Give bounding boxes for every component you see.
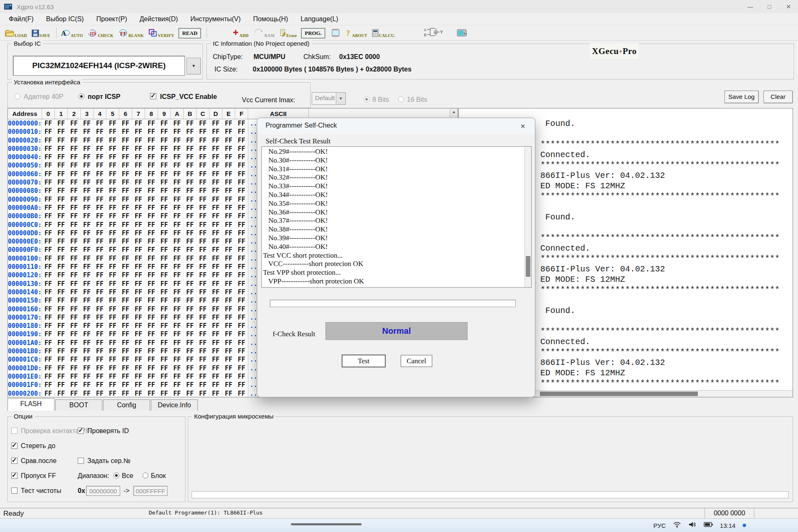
hex-byte-cell[interactable]: FF (222, 136, 235, 145)
tab-boot[interactable]: BOOT (55, 399, 102, 411)
hex-byte-cell[interactable]: FF (55, 221, 68, 229)
hex-byte-cell[interactable]: FF (222, 254, 235, 263)
hex-byte-cell[interactable]: FF (235, 229, 248, 237)
hex-byte-cell[interactable]: FF (222, 145, 235, 153)
hex-byte-cell[interactable]: FF (106, 347, 119, 355)
hex-byte-cell[interactable]: FF (106, 161, 119, 170)
hex-byte-cell[interactable]: FF (222, 237, 235, 246)
hex-byte-cell[interactable]: FF (209, 263, 222, 271)
hex-byte-cell[interactable]: FF (197, 254, 209, 263)
hex-byte-cell[interactable]: FF (222, 153, 235, 161)
hex-byte-cell[interactable]: FF (94, 128, 106, 136)
hex-byte-cell[interactable]: FF (171, 389, 184, 397)
hex-byte-cell[interactable]: FF (132, 153, 145, 161)
hex-byte-cell[interactable]: FF (106, 119, 119, 128)
hex-byte-cell[interactable]: FF (184, 254, 197, 263)
hex-byte-cell[interactable]: FF (119, 271, 132, 279)
hex-byte-cell[interactable]: FF (197, 187, 209, 195)
hex-byte-cell[interactable]: FF (222, 187, 235, 195)
hex-byte-cell[interactable]: FF (132, 389, 145, 397)
hex-byte-cell[interactable]: FF (171, 271, 184, 279)
calculator-button[interactable]: CALCU. (372, 27, 395, 39)
hex-byte-cell[interactable]: FF (197, 322, 209, 330)
hex-byte-cell[interactable]: FF (184, 364, 197, 372)
hex-byte-cell[interactable]: FF (222, 170, 235, 178)
hex-byte-cell[interactable]: FF (197, 229, 209, 237)
hex-byte-cell[interactable]: FF (106, 389, 119, 397)
hex-byte-cell[interactable]: FF (42, 364, 55, 372)
hex-byte-cell[interactable]: FF (158, 305, 171, 313)
hex-byte-cell[interactable]: FF (68, 221, 81, 229)
hex-byte-cell[interactable]: FF (81, 288, 94, 296)
hex-byte-cell[interactable]: FF (42, 128, 55, 136)
hex-byte-cell[interactable]: FF (235, 170, 248, 178)
hex-byte-cell[interactable]: FF (209, 372, 222, 381)
hex-byte-cell[interactable]: FF (158, 339, 171, 347)
hex-byte-cell[interactable]: FF (171, 339, 184, 347)
hex-byte-cell[interactable]: FF (209, 212, 222, 220)
hex-byte-cell[interactable]: FF (184, 136, 197, 145)
check-id-checkbox[interactable] (78, 428, 84, 434)
hex-byte-cell[interactable]: FF (68, 187, 81, 195)
hex-byte-cell[interactable]: FF (68, 372, 81, 381)
hex-byte-cell[interactable]: FF (171, 195, 184, 204)
hex-byte-cell[interactable]: FF (55, 280, 68, 288)
hex-byte-cell[interactable]: FF (171, 296, 184, 305)
hex-byte-cell[interactable]: FF (106, 381, 119, 389)
hex-byte-cell[interactable]: FF (222, 355, 235, 364)
hex-byte-cell[interactable]: FF (106, 153, 119, 161)
hex-byte-cell[interactable]: FF (55, 187, 68, 195)
hex-byte-cell[interactable]: FF (171, 254, 184, 263)
hex-byte-cell[interactable]: FF (42, 339, 55, 347)
hex-byte-cell[interactable]: FF (94, 229, 106, 237)
hex-byte-cell[interactable]: FF (145, 145, 158, 153)
hex-byte-cell[interactable]: FF (209, 305, 222, 313)
hex-byte-cell[interactable]: FF (209, 322, 222, 330)
hex-byte-cell[interactable]: FF (235, 195, 248, 204)
hex-byte-cell[interactable]: FF (106, 271, 119, 279)
tab-device-info[interactable]: Device.Info (151, 399, 198, 411)
hex-byte-cell[interactable]: FF (81, 178, 94, 187)
hex-byte-cell[interactable]: FF (68, 364, 81, 372)
hex-byte-cell[interactable]: FF (55, 136, 68, 145)
hex-byte-cell[interactable]: FF (222, 296, 235, 305)
maximize-icon[interactable]: □ (760, 0, 779, 13)
hex-byte-cell[interactable]: FF (222, 161, 235, 170)
hex-byte-cell[interactable]: FF (184, 313, 197, 322)
hex-byte-cell[interactable]: FF (119, 237, 132, 246)
hex-byte-cell[interactable]: FF (119, 221, 132, 229)
hex-byte-cell[interactable]: FF (235, 288, 248, 296)
hex-byte-cell[interactable]: FF (119, 305, 132, 313)
hex-byte-cell[interactable]: FF (222, 229, 235, 237)
hex-byte-cell[interactable]: FF (209, 254, 222, 263)
hex-byte-cell[interactable]: FF (209, 246, 222, 254)
hex-byte-cell[interactable]: FF (158, 322, 171, 330)
hex-byte-cell[interactable]: FF (68, 330, 81, 338)
hex-byte-cell[interactable]: FF (68, 381, 81, 389)
hex-byte-cell[interactable]: FF (55, 195, 68, 204)
folder-open-button[interactable]: LOAD (5, 27, 27, 39)
hex-byte-cell[interactable]: FF (197, 271, 209, 279)
hex-byte-cell[interactable]: FF (145, 389, 158, 397)
chip-button[interactable] (330, 27, 341, 39)
hex-byte-cell[interactable]: FF (106, 364, 119, 372)
hex-byte-cell[interactable]: FF (94, 221, 106, 229)
hex-byte-cell[interactable]: FF (132, 237, 145, 246)
hex-byte-cell[interactable]: FF (94, 288, 106, 296)
hex-byte-cell[interactable]: FF (184, 296, 197, 305)
hex-byte-cell[interactable]: FF (81, 246, 94, 254)
hex-byte-cell[interactable]: FF (68, 153, 81, 161)
self-check-list[interactable]: No.29#-----------OK! No.30#-----------OK… (261, 146, 532, 288)
hex-byte-cell[interactable]: FF (42, 161, 55, 170)
hex-byte-cell[interactable]: FF (94, 145, 106, 153)
hex-byte-cell[interactable]: FF (55, 271, 68, 279)
hex-byte-cell[interactable]: FF (132, 322, 145, 330)
hex-byte-cell[interactable]: FF (81, 389, 94, 397)
hex-byte-cell[interactable]: FF (197, 237, 209, 246)
hex-byte-cell[interactable]: FF (94, 313, 106, 322)
save-log-button[interactable]: Save Log (724, 91, 759, 103)
hex-byte-cell[interactable]: FF (158, 288, 171, 296)
hex-byte-cell[interactable]: FF (222, 288, 235, 296)
hex-byte-cell[interactable]: FF (81, 254, 94, 263)
hex-byte-cell[interactable]: FF (81, 347, 94, 355)
